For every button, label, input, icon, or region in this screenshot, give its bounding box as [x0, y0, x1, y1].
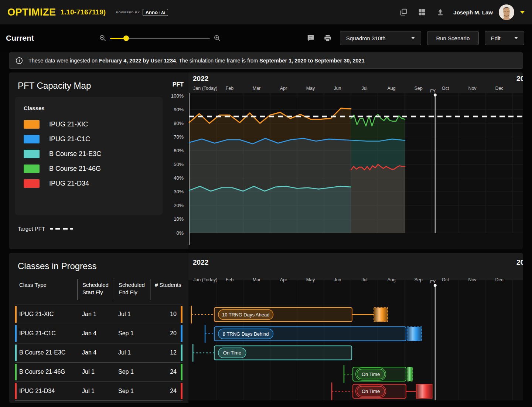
- timeline-month-label: Jul: [362, 277, 368, 282]
- avatar[interactable]: [499, 4, 514, 20]
- legend-item[interactable]: IPUG 21-D34: [24, 179, 154, 188]
- row-color-bar: [181, 364, 183, 380]
- print-icon[interactable]: [324, 34, 332, 42]
- cell-end-fly: Jul 1: [114, 311, 150, 318]
- row-color-bar: [181, 306, 183, 323]
- timeline-month-label: Oct: [442, 86, 449, 91]
- col-class-type: Class Type: [15, 279, 78, 300]
- cell-students: 24: [150, 388, 183, 394]
- pft-y-tick: 30%: [174, 189, 184, 194]
- class-table-row[interactable]: IPUG 21-C1CJan 4Sep 120: [15, 324, 183, 343]
- banner-text: These data were ingested on February 4, …: [28, 58, 365, 64]
- pft-y-tick: 40%: [174, 175, 184, 181]
- legend-swatch: [24, 135, 40, 143]
- timeline-month-label: Mar: [253, 277, 261, 282]
- timeline-month-label: May: [306, 277, 315, 282]
- user-name: Joseph M. Law: [453, 9, 493, 16]
- legend-swatch: [24, 120, 40, 129]
- powered-by-label: POWERED BY: [116, 11, 140, 14]
- timeline-zoom-control: [99, 34, 221, 42]
- status-pill-label: 10 TRNG Days Ahead: [222, 312, 269, 318]
- legend-swatch: [24, 150, 40, 158]
- classes-in-progress-title: Classes in Progress: [18, 261, 96, 271]
- cell-start-fly: Jan 4: [78, 349, 114, 356]
- classes-table-header: Class Type ScheduledStart Fly ScheduledE…: [15, 279, 183, 300]
- cell-class-type: B Course 21-46G: [15, 369, 78, 375]
- class-table-row[interactable]: B Course 21-E3CJan 4Jul 112: [15, 343, 183, 362]
- squadron-select[interactable]: Squadron 310th: [340, 31, 421, 45]
- upload-icon[interactable]: [436, 8, 444, 16]
- classes-legend-card: Classes IPUG 21-XICIPUG 21-C1CB Course 2…: [15, 97, 163, 215]
- info-icon: [15, 57, 23, 65]
- pft-capacity-title: PFT Capacity Map: [18, 81, 91, 91]
- pft-capacity-section: PFT Capacity Map Classes IPUG 21-XICIPUG…: [9, 72, 523, 249]
- timeline-year-label: 2022: [193, 258, 208, 266]
- cell-end-fly: Jul 1: [114, 349, 150, 356]
- cell-start-fly: Jul 1: [78, 388, 114, 394]
- classes-in-progress-section: Classes in Progress Class Type Scheduled…: [9, 253, 523, 403]
- app-header: OPTIMIZE 1.10-7167119) POWERED BY Anno /…: [0, 0, 532, 24]
- overlapping-windows-icon[interactable]: [399, 8, 407, 16]
- row-color-bar: [181, 383, 183, 399]
- user-menu-caret[interactable]: [520, 11, 525, 14]
- pft-y-tick: 100%: [171, 93, 184, 99]
- gantt-row-B Course 21-46G[interactable]: On Time: [344, 366, 413, 383]
- cell-students: 24: [150, 369, 183, 375]
- status-pill-label: On Time: [362, 372, 380, 377]
- cell-end-fly: Sep 1: [114, 388, 150, 394]
- status-pill-label: 8 TRNG Days Behind: [223, 331, 269, 337]
- row-color-bar: [181, 325, 183, 342]
- pft-capacity-panel: PFT Capacity Map Classes IPUG 21-XICIPUG…: [9, 72, 188, 249]
- edit-caret-icon: [514, 37, 518, 39]
- target-pft-dash-sample: [50, 228, 73, 230]
- series-area-B Course 21-E3C: [189, 186, 351, 233]
- pft-y-axis: PFT 100%90%80%70%60%50%40%30%20%10%0%: [165, 72, 188, 249]
- cell-class-type: B Course 21-E3C: [15, 349, 78, 356]
- legend-item[interactable]: B Course 21-46G: [24, 165, 154, 173]
- target-pft-legend: Target PFT: [18, 225, 73, 232]
- zoom-in-icon[interactable]: [214, 34, 221, 42]
- zoom-out-icon[interactable]: [99, 34, 106, 42]
- legend-item[interactable]: IPUG 21-C1C: [24, 135, 154, 143]
- gantt-end-block: [374, 308, 388, 322]
- cell-class-type: IPUG 21-D34: [15, 388, 78, 394]
- class-table-row[interactable]: IPUG 21-D34Jul 1Sep 124: [15, 381, 183, 401]
- gantt-end-block: [416, 384, 432, 398]
- run-scenario-button[interactable]: Run Scenario: [427, 31, 479, 45]
- class-table-row[interactable]: B Course 21-46GJul 1Sep 124: [15, 362, 183, 381]
- legend-item[interactable]: B Course 21-E3C: [24, 150, 154, 158]
- timeline-month-label: May: [306, 86, 315, 91]
- cell-students: 12: [150, 349, 183, 356]
- legend-item[interactable]: IPUG 21-XIC: [24, 120, 154, 129]
- pft-y-tick: 70%: [174, 134, 184, 140]
- pft-y-tick: 0%: [176, 230, 184, 236]
- col-start-fly: ScheduledStart Fly: [78, 279, 114, 300]
- cell-start-fly: Jan 4: [78, 330, 114, 337]
- row-color-bar: [15, 325, 17, 342]
- legend-swatch: [24, 179, 40, 188]
- row-color-bar: [181, 345, 183, 361]
- zoom-slider[interactable]: [110, 35, 210, 41]
- gantt-row-IPUG 21-C1C[interactable]: 8 TRNG Days Behind: [205, 325, 422, 342]
- timeline-month-label: Jun: [334, 277, 341, 282]
- comment-icon[interactable]: [307, 34, 315, 42]
- pft-y-tick: 80%: [174, 121, 184, 126]
- gantt-row-B Course 21-E3C[interactable]: On Time: [193, 345, 352, 362]
- edit-button[interactable]: Edit: [485, 31, 524, 45]
- apps-grid-icon[interactable]: [418, 8, 426, 16]
- view-title: Current: [6, 34, 34, 43]
- legend-label: B Course 21-46G: [49, 165, 101, 173]
- row-color-bar: [15, 364, 17, 380]
- timeline-month-label: Apr: [280, 277, 287, 282]
- legend-swatch: [24, 165, 40, 173]
- legend-label: IPUG 21-C1C: [49, 135, 90, 143]
- timeline-next-year-label: 20: [516, 75, 523, 82]
- cell-end-fly: Sep 1: [114, 369, 150, 375]
- timeline-month-label: Jan (Today): [193, 277, 217, 282]
- zoom-slider-thumb[interactable]: [123, 35, 129, 41]
- class-table-row[interactable]: IPUG 21-XICJan 1Jul 110: [15, 305, 183, 324]
- gantt-chart: 202220Jan (Today)FebMarAprMayJunJulAugSe…: [188, 253, 523, 403]
- timeline-month-label: Oct: [442, 277, 449, 282]
- legend-label: IPUG 21-D34: [49, 180, 89, 187]
- status-pill-label: On Time: [223, 350, 241, 356]
